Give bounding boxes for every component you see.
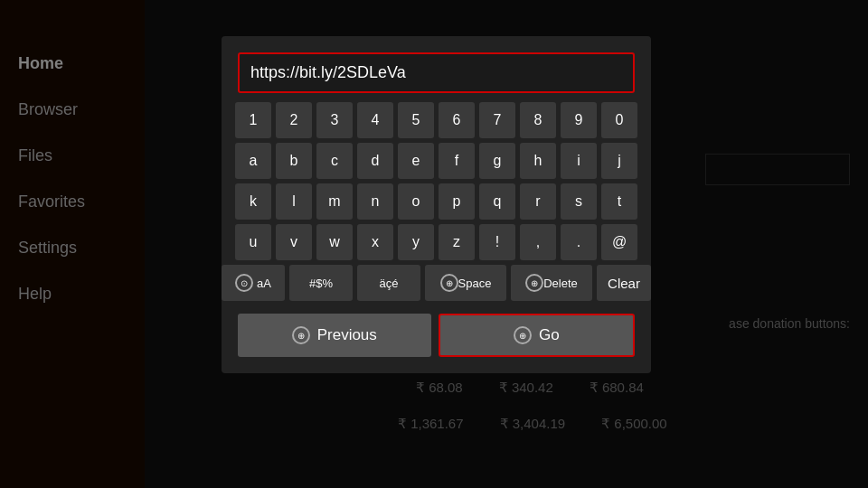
- key-e[interactable]: e: [398, 143, 434, 179]
- key-u[interactable]: u: [235, 224, 271, 260]
- key-9[interactable]: 9: [561, 102, 597, 138]
- key-r[interactable]: r: [520, 183, 556, 220]
- key-exclaim[interactable]: !: [479, 224, 515, 260]
- key-o[interactable]: o: [398, 183, 434, 220]
- key-x[interactable]: x: [357, 224, 393, 260]
- key-clear[interactable]: Clear: [597, 265, 651, 301]
- key-8[interactable]: 8: [520, 102, 556, 138]
- key-k[interactable]: k: [235, 183, 271, 220]
- key-row-k-t: k l m n o p q r s t: [238, 183, 635, 220]
- key-symbols[interactable]: #$%: [289, 265, 353, 301]
- dialog-bottom-row: ⊕ Previous ⊕ Go: [238, 314, 635, 357]
- key-w[interactable]: w: [316, 224, 353, 260]
- go-button[interactable]: ⊕ Go: [439, 314, 636, 357]
- key-j[interactable]: j: [601, 143, 637, 179]
- key-5[interactable]: 5: [398, 102, 434, 138]
- key-l[interactable]: l: [276, 183, 312, 220]
- key-row-special: ⊙ aA #$% äçé ⊕ Space ⊕ Delete Clear: [238, 265, 635, 301]
- previous-icon: ⊕: [292, 326, 310, 344]
- key-3[interactable]: 3: [316, 102, 353, 138]
- key-m[interactable]: m: [316, 183, 353, 220]
- space-icon: ⊕: [440, 274, 458, 292]
- key-a[interactable]: a: [235, 143, 271, 179]
- key-6[interactable]: 6: [439, 102, 475, 138]
- key-v[interactable]: v: [276, 224, 312, 260]
- key-comma[interactable]: ,: [520, 224, 556, 260]
- key-period[interactable]: .: [561, 224, 597, 260]
- key-4[interactable]: 4: [357, 102, 393, 138]
- delete-icon: ⊕: [525, 274, 543, 292]
- key-p[interactable]: p: [439, 183, 475, 220]
- key-d[interactable]: d: [357, 143, 393, 179]
- key-case-toggle[interactable]: ⊙ aA: [222, 265, 285, 301]
- key-i[interactable]: i: [561, 143, 597, 179]
- key-c[interactable]: c: [316, 143, 353, 179]
- key-z[interactable]: z: [439, 224, 475, 260]
- key-space[interactable]: ⊕ Space: [425, 265, 506, 301]
- key-t[interactable]: t: [601, 183, 637, 220]
- key-accents[interactable]: äçé: [357, 265, 420, 301]
- key-f[interactable]: f: [439, 143, 475, 179]
- key-7[interactable]: 7: [479, 102, 515, 138]
- key-delete[interactable]: ⊕ Delete: [511, 265, 592, 301]
- key-h[interactable]: h: [520, 143, 556, 179]
- key-0[interactable]: 0: [601, 102, 637, 138]
- key-row-numbers: 1 2 3 4 5 6 7 8 9 0: [238, 102, 635, 138]
- keyboard-dialog: 1 2 3 4 5 6 7 8 9 0 a b c d e f g h i j …: [222, 36, 651, 373]
- key-g[interactable]: g: [479, 143, 515, 179]
- key-at[interactable]: @: [601, 224, 637, 260]
- key-n[interactable]: n: [357, 183, 393, 220]
- key-y[interactable]: y: [398, 224, 434, 260]
- keyboard: 1 2 3 4 5 6 7 8 9 0 a b c d e f g h i j …: [238, 102, 635, 301]
- key-s[interactable]: s: [561, 183, 597, 220]
- key-1[interactable]: 1: [235, 102, 271, 138]
- url-input[interactable]: [238, 52, 635, 93]
- key-b[interactable]: b: [276, 143, 312, 179]
- key-row-a-j: a b c d e f g h i j: [238, 143, 635, 179]
- go-icon: ⊕: [514, 326, 532, 344]
- case-icon: ⊙: [235, 274, 253, 292]
- key-q[interactable]: q: [479, 183, 515, 220]
- key-2[interactable]: 2: [276, 102, 312, 138]
- key-row-u-at: u v w x y z ! , . @: [238, 224, 635, 260]
- previous-button[interactable]: ⊕ Previous: [238, 314, 431, 357]
